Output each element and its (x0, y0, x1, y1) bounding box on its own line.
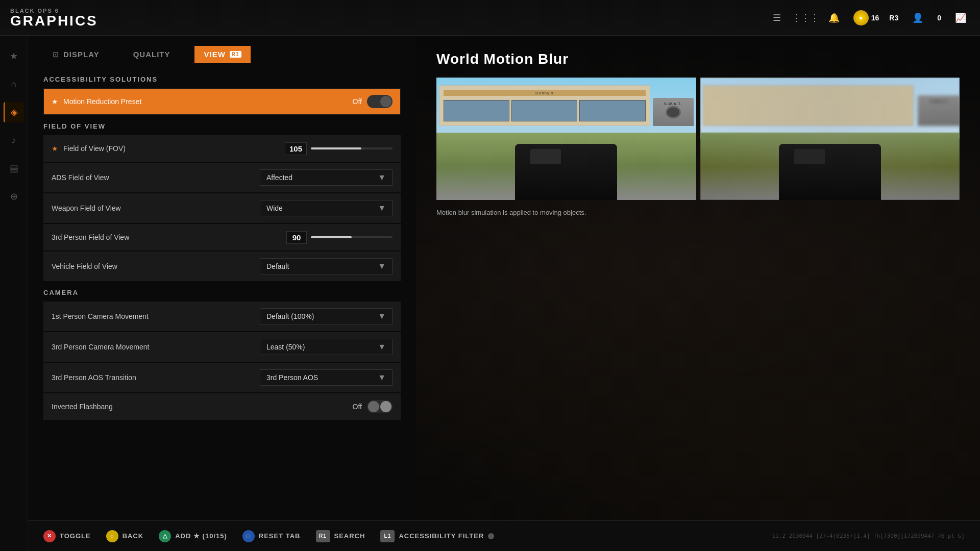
search-action[interactable]: R1 SEARCH (316, 530, 365, 542)
sidebar-item-network[interactable]: ⊕ (4, 186, 24, 207)
1p-camera-dropdown[interactable]: Default (100%) ▼ (260, 308, 393, 324)
debug-coords: 11.2 2030944 [27-4|0235+]1.4] Th[7300][1… (772, 533, 965, 539)
sidebar-item-controller[interactable]: ⌂ (4, 74, 24, 94)
setting-3p-aos[interactable]: 3rd Person AOS Transition 3rd Person AOS… (43, 363, 401, 392)
accessibility-filter-action[interactable]: L1 ACCESSIBILITY FILTER (380, 530, 494, 542)
top-bar: BLACK OPS 6 GRAPHICS ☰ ⋮⋮⋮ 🔔 ● 16 R3 👤 0… (0, 0, 980, 36)
fov-slider-value: 105 (285, 142, 307, 155)
setting-3p-camera[interactable]: 3rd Person Camera Movement Least (50%) ▼ (43, 332, 401, 362)
fov-star-icon: ★ (52, 144, 58, 153)
add-label: ADD ★ (10/15) (175, 532, 227, 540)
weapon-fov-label: Weapon Field of View (52, 204, 250, 212)
weapon-body-r (794, 149, 825, 164)
preview-area: World Motion Blur Donny's (416, 36, 980, 520)
reset-tab-label: RESET TAB (259, 532, 301, 540)
vehicle-fov-arrow: ▼ (378, 262, 386, 271)
top-bar-right: ☰ ⋮⋮⋮ 🔔 ● 16 R3 👤 0 📈 (768, 9, 970, 27)
motion-star-icon: ★ (52, 97, 58, 106)
back-action[interactable]: ○ BACK (106, 530, 144, 542)
vehicle-fov-dropdown[interactable]: Default ▼ (260, 258, 393, 274)
preview-scene-right: S.W.A.T. (700, 78, 960, 200)
tab-quality[interactable]: QUALITY (124, 46, 180, 63)
prestige-icon: ● (853, 10, 869, 26)
3p-fov-slider-fill (311, 236, 352, 238)
ads-fov-value: Affected ▼ (250, 169, 393, 186)
1p-camera-label: 1st Person Camera Movement (52, 312, 250, 320)
window-2 (511, 100, 577, 121)
3p-camera-label: 3rd Person Camera Movement (52, 343, 250, 351)
weapon-fov-dropdown[interactable]: Wide ▼ (260, 200, 393, 216)
tab-view[interactable]: VIEW R1 (194, 46, 250, 63)
toggle-action[interactable]: ✕ TOGGLE (43, 530, 91, 542)
display-tab-icon: ⊡ (53, 51, 59, 59)
sidebar-item-graphics[interactable]: ◈ (4, 102, 24, 122)
setting-inverted-flashbang[interactable]: Inverted Flashbang Off (43, 393, 401, 420)
preview-title: World Motion Blur (436, 51, 960, 67)
rank-label: R3 (889, 14, 898, 22)
game-title: GRAPHICS (10, 14, 98, 28)
preview-image-blurred: S.W.A.T. (700, 78, 960, 200)
add-btn-icon: △ (159, 530, 171, 542)
preview-images: Donny's S.W.A.T. (436, 78, 960, 200)
accessibility-list: ★ Motion Reduction Preset Off (43, 88, 401, 115)
setting-1p-camera[interactable]: 1st Person Camera Movement Default (100%… (43, 302, 401, 331)
level-number: 16 (871, 14, 879, 22)
fov-label: ★ Field of View (FOV) (52, 144, 250, 153)
building-left: Donny's (439, 85, 650, 126)
windows (444, 100, 646, 121)
motion-reduction-toggle[interactable] (367, 95, 393, 108)
sidebar-item-audio[interactable]: ♪ (4, 130, 24, 151)
sidebar-item-favorites[interactable]: ★ (4, 46, 24, 66)
3p-camera-dropdown[interactable]: Least (50%) ▼ (260, 339, 393, 355)
camera-list: 1st Person Camera Movement Default (100%… (43, 302, 401, 420)
grid-icon[interactable]: ⋮⋮⋮ (796, 9, 815, 27)
1p-camera-arrow: ▼ (378, 312, 386, 321)
setting-motion-reduction[interactable]: ★ Motion Reduction Preset Off (43, 88, 401, 115)
fov-slider-fill (311, 147, 361, 149)
toggle-label: TOGGLE (60, 532, 91, 540)
vehicle-fov-value: Default ▼ (250, 258, 393, 274)
currency-amount: 0 (937, 14, 941, 22)
ads-fov-arrow: ▼ (378, 173, 386, 182)
window-3 (579, 100, 645, 121)
3p-aos-dropdown[interactable]: 3rd Person AOS ▼ (260, 369, 393, 386)
motion-reduction-label: ★ Motion Reduction Preset (52, 97, 250, 106)
ads-fov-dropdown[interactable]: Affected ▼ (260, 169, 393, 186)
weapon-fov-arrow: ▼ (378, 204, 386, 213)
weapon-body (530, 149, 561, 164)
accessibility-filter-dot (488, 533, 494, 539)
sidebar-item-hud[interactable]: ▤ (4, 158, 24, 179)
3p-fov-slider-track[interactable] (311, 236, 393, 238)
search-label: SEARCH (334, 532, 365, 540)
3p-camera-value: Least (50%) ▼ (250, 339, 393, 355)
stats-icon[interactable]: 📈 (951, 9, 970, 27)
currency-badge: 0 (937, 14, 941, 22)
tab-view-label: VIEW (204, 50, 225, 59)
3p-fov-slider-value: 90 (286, 231, 307, 244)
friends-icon[interactable]: 👤 (909, 9, 927, 27)
truck-emblem (666, 106, 681, 118)
setting-ads-fov[interactable]: ADS Field of View Affected ▼ (43, 163, 401, 192)
setting-vehicle-fov[interactable]: Vehicle Field of View Default ▼ (43, 252, 401, 281)
fov-slider-track[interactable] (311, 147, 393, 149)
fov-value: 105 (250, 142, 393, 155)
preview-image-sharp: Donny's S.W.A.T. (436, 78, 696, 200)
ads-fov-label: ADS Field of View (52, 173, 250, 182)
setting-fov[interactable]: ★ Field of View (FOV) 105 (43, 135, 401, 162)
setting-3p-fov[interactable]: 3rd Person Field of View 90 (43, 224, 401, 251)
notification-icon[interactable]: 🔔 (825, 9, 843, 27)
1p-camera-value: Default (100%) ▼ (250, 308, 393, 324)
tab-display-label: DISPLAY (63, 50, 100, 59)
inverted-flashbang-label: Inverted Flashbang (52, 403, 250, 411)
tab-display[interactable]: ⊡ DISPLAY (43, 46, 109, 63)
tab-view-r1: R1 (230, 51, 241, 58)
setting-weapon-fov[interactable]: Weapon Field of View Wide ▼ (43, 193, 401, 223)
back-btn-icon: ○ (106, 530, 118, 542)
settings-panel: ⊡ DISPLAY QUALITY VIEW R1 ACCESSIBILITY … (28, 36, 416, 520)
reset-tab-action[interactable]: □ RESET TAB (242, 530, 301, 542)
menu-icon[interactable]: ☰ (768, 9, 786, 27)
preview-scene-left: Donny's S.W.A.T. (436, 78, 696, 200)
inverted-flashbang-toggle[interactable] (367, 400, 393, 413)
camera-header: CAMERA (43, 289, 401, 296)
add-action[interactable]: △ ADD ★ (10/15) (159, 530, 227, 542)
